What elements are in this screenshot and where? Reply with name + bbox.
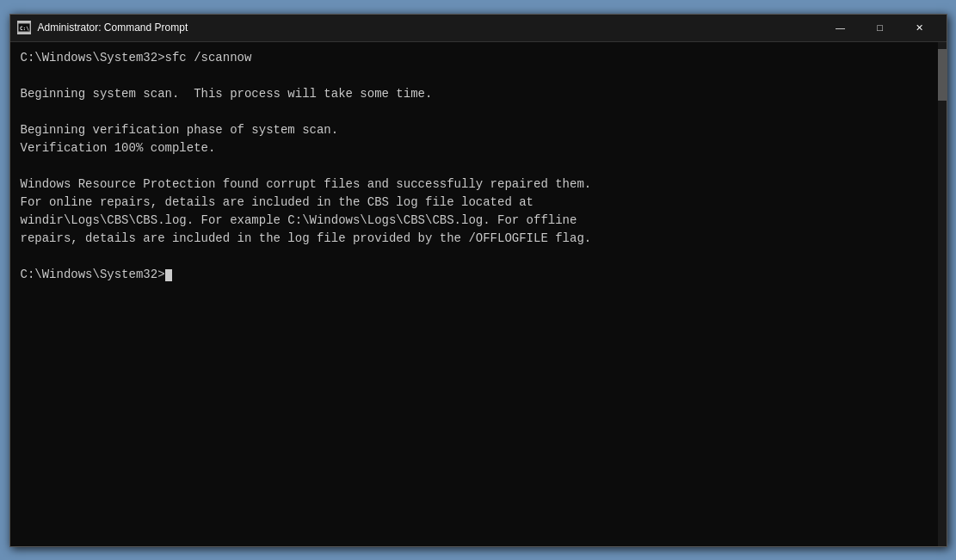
terminal-output-line: windir\Logs\CBS\CBS.log. For example C:\… bbox=[21, 212, 928, 230]
window-controls: — □ ✕ bbox=[821, 14, 940, 41]
terminal-output-line: Beginning system scan. This process will… bbox=[21, 85, 928, 103]
window-icon: C:\ bbox=[17, 21, 31, 34]
close-button[interactable]: ✕ bbox=[900, 14, 940, 41]
maximize-button[interactable]: □ bbox=[860, 14, 900, 41]
terminal-body[interactable]: C:\Windows\System32>sfc /scannowBeginnin… bbox=[10, 42, 938, 546]
terminal-output-line: repairs, details are included in the log… bbox=[21, 230, 928, 248]
window-title: Administrator: Command Prompt bbox=[38, 22, 821, 34]
terminal-output-line: For online repairs, details are included… bbox=[21, 194, 928, 212]
terminal-output-line: Beginning verification phase of system s… bbox=[21, 121, 928, 139]
content-area: C:\Windows\System32>sfc /scannowBeginnin… bbox=[10, 42, 947, 546]
minimize-button[interactable]: — bbox=[821, 14, 860, 41]
terminal-cursor bbox=[165, 269, 172, 281]
terminal-command-line: C:\Windows\System32>sfc /scannow bbox=[21, 49, 928, 67]
svg-text:C:\: C:\ bbox=[20, 25, 29, 31]
terminal-blank-line bbox=[21, 248, 928, 266]
terminal-blank-line bbox=[21, 67, 928, 85]
terminal-blank-line bbox=[21, 157, 928, 175]
cmd-window: C:\ Administrator: Command Prompt — □ ✕ … bbox=[9, 14, 947, 547]
scrollbar-thumb[interactable] bbox=[938, 49, 947, 101]
title-bar: C:\ Administrator: Command Prompt — □ ✕ bbox=[10, 15, 947, 42]
terminal-output-line: Verification 100% complete. bbox=[21, 139, 928, 157]
terminal-blank-line bbox=[21, 103, 928, 121]
terminal-output-line: Windows Resource Protection found corrup… bbox=[21, 175, 928, 194]
terminal-prompt-line: C:\Windows\System32> bbox=[21, 266, 928, 284]
scrollbar[interactable] bbox=[938, 42, 947, 546]
